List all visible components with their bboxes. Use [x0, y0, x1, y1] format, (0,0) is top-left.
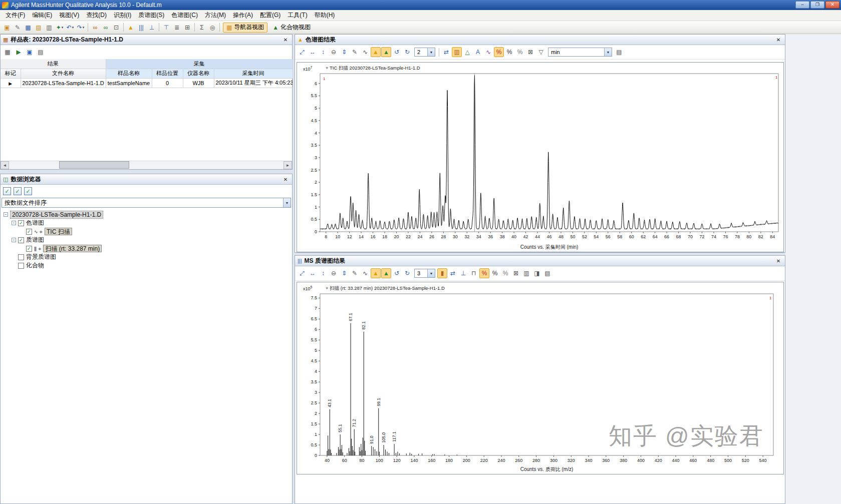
close-button[interactable]: ✕	[825, 1, 839, 9]
undo-icon[interactable]: ↶▾	[65, 23, 75, 33]
zoom-out-icon[interactable]: ⊖	[329, 47, 339, 57]
compound-view-button[interactable]: ▲化合物视图	[269, 23, 314, 33]
undo-zoom-icon[interactable]: ↺	[392, 268, 402, 278]
table-settings-icon[interactable]: ▦	[3, 47, 13, 57]
table-row[interactable]: ▶20230728-LSTea-Sample-H1-1.DtestSampleN…	[1, 78, 293, 88]
print-icon[interactable]: ▤	[614, 47, 624, 57]
zoom-history-select[interactable]: 3▼	[414, 269, 435, 278]
select-range-icon[interactable]: ∿	[360, 268, 370, 278]
menu-item-9[interactable]: 操作(A)	[229, 10, 256, 21]
expand-icon[interactable]: ⤢	[297, 47, 307, 57]
tree-item-background-spectra-checkbox[interactable]	[18, 254, 24, 260]
open-method-icon[interactable]: ▤	[34, 23, 44, 33]
run-sample-icon[interactable]: ▶	[14, 47, 24, 57]
bars-icon[interactable]: ▥	[521, 268, 531, 278]
menu-item-11[interactable]: 工具(T)	[284, 10, 311, 21]
menu-item-3[interactable]: 视图(V)	[56, 10, 83, 21]
v-zoom-icon[interactable]: ↕	[318, 268, 328, 278]
rings-icon[interactable]: ◎	[207, 23, 217, 33]
column-header-1[interactable]: 标记	[1, 69, 21, 78]
tree-item-scan-rt[interactable]: ✓|||+扫描 (rt: 33.287 min)	[3, 244, 292, 253]
minimize-button[interactable]: –	[795, 1, 809, 9]
tree-item-root[interactable]: -20230728-LSTea-Sample-H1-1.D	[3, 210, 292, 219]
redo-icon[interactable]: ↷▾	[76, 23, 86, 33]
menu-item-10[interactable]: 配置(G)	[256, 10, 284, 21]
stack-mode-icon[interactable]: ▥	[452, 47, 462, 57]
tree-item-compounds[interactable]: 化合物	[3, 261, 292, 270]
tree-item-scan-rt-checkbox[interactable]: ✓	[26, 246, 32, 252]
menu-item-1[interactable]: 文件(F)	[2, 10, 29, 21]
autoscale-icon[interactable]: ⇕	[339, 47, 349, 57]
autoscale-icon[interactable]: ⇕	[339, 268, 349, 278]
column-header-6[interactable]: 采集时间	[214, 69, 293, 78]
menu-item-4[interactable]: 查找(D)	[83, 10, 110, 21]
show-peaks-icon[interactable]: ▲	[381, 268, 391, 278]
link-chromatogram-icon[interactable]: ∞	[90, 23, 100, 33]
percent-max-icon[interactable]: %	[500, 268, 510, 278]
exclude-icon[interactable]: ⊠	[511, 268, 521, 278]
percent-base-icon[interactable]: %	[494, 47, 504, 57]
tree-item-spectra[interactable]: -✓质谱图	[3, 236, 292, 244]
percent-icon[interactable]: %	[490, 268, 500, 278]
pan-icon[interactable]: ⇄	[448, 268, 458, 278]
manual-integrate-icon[interactable]: ∿	[360, 47, 370, 57]
overlay-mode-icon[interactable]: △	[462, 47, 472, 57]
tree-expander-icon[interactable]: -	[12, 238, 16, 242]
horizontal-scrollbar[interactable]: ◄ ►	[1, 161, 292, 169]
navigator-view-button[interactable]: ▦导航器视图	[223, 23, 267, 33]
pan-icon[interactable]: ⇄	[441, 47, 451, 57]
x-axis-unit-select[interactable]: min▼	[548, 48, 612, 57]
filter-spectra-checkbox[interactable]: ✓	[14, 187, 22, 195]
column-header-2[interactable]: 文件名称	[21, 69, 106, 78]
sort-order-select[interactable]: 按数据文件排序 ▼	[2, 198, 291, 208]
menu-item-7[interactable]: 色谱图(C)	[168, 10, 201, 21]
tree-item-chromatograms-checkbox[interactable]: ✓	[18, 220, 24, 226]
print-icon[interactable]: ▤	[542, 268, 552, 278]
menu-item-12[interactable]: 帮助(H)	[311, 10, 339, 21]
group-header-acquisition[interactable]: 采集	[106, 59, 293, 69]
percent-icon[interactable]: %	[504, 47, 514, 57]
column-header-4[interactable]: 样品位置	[152, 69, 183, 78]
subtract-background-icon[interactable]: ≣	[172, 23, 182, 33]
copy-window-icon[interactable]: ⊡	[111, 23, 121, 33]
calculator-icon[interactable]: Σ	[197, 23, 207, 33]
group-header-results[interactable]: 结果	[1, 59, 106, 69]
undo-zoom-icon[interactable]: ↺	[392, 47, 402, 57]
close-icon[interactable]: ✕	[774, 36, 782, 44]
chromatogram-plot[interactable]: 8101214161820222426283032343638404244464…	[297, 62, 784, 252]
scroll-right-icon[interactable]: ►	[284, 161, 292, 169]
link-spectrum-icon[interactable]: ∞	[101, 23, 111, 33]
filter-chromatograms-checkbox[interactable]: ✓	[3, 187, 11, 195]
menu-item-5[interactable]: 识别(I)	[110, 10, 135, 21]
label-peaks-icon[interactable]: A	[473, 47, 483, 57]
menu-item-8[interactable]: 方法(M)	[201, 10, 229, 21]
close-icon[interactable]: ✕	[282, 36, 290, 44]
columns-icon[interactable]: ▤	[36, 47, 46, 57]
profile-mode-icon[interactable]: ⊓	[469, 268, 479, 278]
tree-item-tic-scan[interactable]: ✓∿+TIC 扫描	[3, 227, 292, 236]
expand-icon[interactable]: ⤢	[297, 268, 307, 278]
exclude-icon[interactable]: ⊠	[525, 47, 535, 57]
tree-expander-icon[interactable]: -	[4, 212, 8, 217]
chromatogram-peaks-icon[interactable]: ⊥	[147, 23, 157, 33]
percent-max-icon[interactable]: %	[515, 47, 525, 57]
h-zoom-icon[interactable]: ↔	[308, 47, 318, 57]
tree-expander-icon[interactable]: -	[12, 221, 16, 225]
open-data-file-icon[interactable]: ▣	[2, 23, 12, 33]
scrollbar-thumb[interactable]	[59, 161, 129, 169]
menu-item-6[interactable]: 质谱图(S)	[135, 10, 168, 21]
filter-icon[interactable]: ▽	[536, 47, 546, 57]
smooth-icon[interactable]: ∿	[483, 47, 493, 57]
redo-zoom-icon[interactable]: ↻	[402, 268, 412, 278]
zoom-history-select[interactable]: 2▼	[414, 48, 435, 57]
scrollbar-track[interactable]	[9, 161, 284, 169]
v-zoom-icon[interactable]: ↕	[318, 47, 328, 57]
scroll-left-icon[interactable]: ◄	[1, 161, 9, 169]
column-header-3[interactable]: 样品名称	[106, 69, 152, 78]
column-header-5[interactable]: 仪器名称	[183, 69, 214, 78]
tree-item-background-spectra[interactable]: 背景质谱图	[3, 253, 292, 261]
add-sample-icon[interactable]: ▣	[25, 47, 35, 57]
close-icon[interactable]: ✕	[282, 176, 290, 183]
redo-zoom-icon[interactable]: ↻	[402, 47, 412, 57]
save-icon[interactable]: ▦	[23, 23, 33, 33]
